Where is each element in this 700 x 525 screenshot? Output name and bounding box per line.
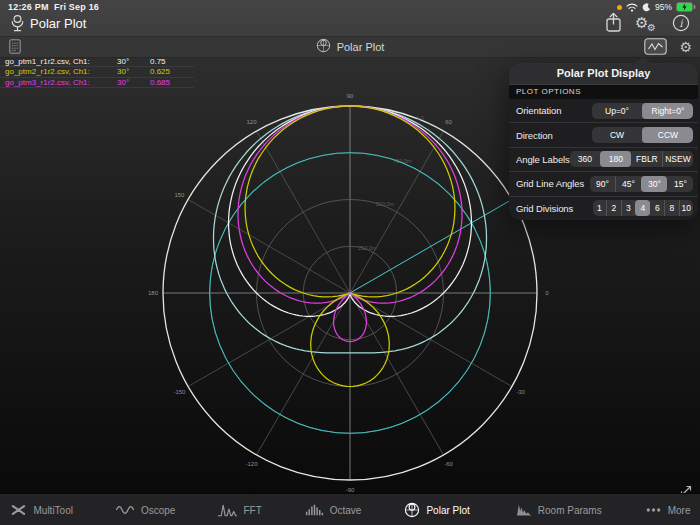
status-datetime: 12:26 PM Fri Sep 16 <box>8 2 99 12</box>
gears-icon[interactable]: ⚙⚙ <box>635 15 659 35</box>
share-icon[interactable] <box>605 12 622 37</box>
plot-toolbar: Polar Plot ⚙ <box>0 36 700 58</box>
tab-polar-plot[interactable]: Polar Plot <box>403 502 469 518</box>
option-label: Grid Line Angles <box>509 178 584 189</box>
option-cw[interactable]: CW <box>592 127 642 143</box>
segmented-control: 90°45°30°15° <box>590 176 693 192</box>
option-fblr[interactable]: FBLR <box>631 151 662 167</box>
option-15[interactable]: 15° <box>667 176 693 192</box>
segmented-control: 360180FBLRNSEW <box>570 151 693 167</box>
option-label: Grid Divisions <box>509 203 573 214</box>
legend-file: go_ptm1_r1r2.csv, Ch1: <box>0 57 117 66</box>
legend-cursor-value: 0.75 <box>150 57 194 66</box>
more-icon <box>644 502 663 518</box>
info-icon[interactable]: i <box>672 14 690 36</box>
svg-text:60: 60 <box>445 119 452 125</box>
tab-label: MultiTool <box>33 505 72 516</box>
waveform-box-icon[interactable] <box>644 38 667 55</box>
option-8[interactable]: 8 <box>664 200 679 216</box>
popover-title: Polar Plot Display <box>509 63 698 85</box>
tab-oscope[interactable]: Oscope <box>115 502 175 518</box>
svg-text:90: 90 <box>347 93 354 99</box>
svg-text:-60: -60 <box>444 461 453 467</box>
svg-text:-120: -120 <box>245 461 258 467</box>
legend-file: go_ptm3_r1r2.csv, Ch1: <box>0 78 117 87</box>
tab-label: FFT <box>243 505 261 516</box>
legend-cursor-value: 0.685 <box>150 78 194 87</box>
status-bar: 12:26 PM Fri Sep 16 95% <box>0 0 700 13</box>
legend-row[interactable]: go_ptm2_r1r2.csv, Ch1: 30° 0.625 <box>0 67 194 77</box>
option-1[interactable]: 1 <box>593 200 607 216</box>
tab-label: Oscope <box>141 505 175 516</box>
tab-label: Room Params <box>538 505 602 516</box>
tab-octave[interactable]: Octave <box>304 502 362 518</box>
plot-option-row: Direction CWCCW <box>509 122 698 146</box>
svg-text:1.0: 1.0 <box>416 115 424 121</box>
tab-more[interactable]: More <box>644 502 691 518</box>
svg-text:-150: -150 <box>173 389 186 395</box>
octave-icon <box>304 502 325 518</box>
segmented-control: 12346810 <box>593 200 694 216</box>
legend-cursor-value: 0.625 <box>150 67 194 76</box>
segmented-control: CWCCW <box>592 127 693 143</box>
option-up0[interactable]: Up=0° <box>592 103 642 119</box>
plot-option-row: Angle Labels 360180FBLRNSEW <box>509 147 698 171</box>
tab-fft[interactable]: FFT <box>217 502 261 518</box>
legend-file: go_ptm2_r1r2.csv, Ch1: <box>0 67 117 76</box>
option-2[interactable]: 2 <box>606 200 621 216</box>
status-time: 12:26 PM <box>8 2 49 12</box>
legend-row[interactable]: go_ptm3_r1r2.csv, Ch1: 30° 0.685 <box>0 78 194 88</box>
toolbar-title: Polar Plot <box>337 41 385 53</box>
option-30[interactable]: 30° <box>641 176 667 192</box>
option-label: Direction <box>509 130 553 141</box>
svg-text:i: i <box>679 17 684 29</box>
tab-label: Octave <box>330 505 362 516</box>
polar-plot-display-popover: Polar Plot Display PLOT OPTIONS Orientat… <box>509 63 698 220</box>
tab-room-params[interactable]: Room Params <box>512 502 602 518</box>
fft-icon <box>217 502 238 518</box>
svg-text:250.0m: 250.0m <box>358 245 377 251</box>
option-10[interactable]: 10 <box>679 200 694 216</box>
option-6[interactable]: 6 <box>650 200 665 216</box>
svg-text:120: 120 <box>246 119 257 125</box>
svg-text:180: 180 <box>148 290 159 296</box>
option-360[interactable]: 360 <box>570 151 600 167</box>
popover-arrow <box>634 56 652 64</box>
option-label: Orientation <box>509 105 561 116</box>
legend-row[interactable]: go_ptm1_r1r2.csv, Ch1: 30° 0.75 <box>0 57 194 67</box>
option-180[interactable]: 180 <box>600 151 631 167</box>
legend: go_ptm1_r1r2.csv, Ch1: 30° 0.75 go_ptm2_… <box>0 57 194 88</box>
option-45[interactable]: 45° <box>615 176 641 192</box>
gear-icon[interactable]: ⚙ <box>679 40 692 54</box>
option-3[interactable]: 3 <box>621 200 636 216</box>
option-4[interactable]: 4 <box>635 200 650 216</box>
microphone-icon[interactable] <box>10 14 25 38</box>
status-date: Fri Sep 16 <box>54 2 99 12</box>
plot-option-row: Grid Line Angles 90°45°30°15° <box>509 171 698 195</box>
segmented-control: Up=0°Right=0° <box>592 103 693 119</box>
page-title: Polar Plot <box>30 16 86 31</box>
tab-multitool[interactable]: MultiTool <box>9 502 72 518</box>
option-90[interactable]: 90° <box>590 176 615 192</box>
option-label: Angle Labels <box>509 154 570 165</box>
legend-cursor-angle: 30° <box>117 78 150 87</box>
option-nsew[interactable]: NSEW <box>662 151 693 167</box>
plot-option-row: Orientation Up=0°Right=0° <box>509 99 698 122</box>
top-chrome: 12:26 PM Fri Sep 16 95% <box>0 0 700 36</box>
option-ccw[interactable]: CCW <box>642 127 693 143</box>
svg-text:-30: -30 <box>516 389 525 395</box>
svg-text:0: 0 <box>545 290 549 296</box>
battery-percent: 95% <box>655 2 672 12</box>
oscope-icon <box>115 502 136 518</box>
room-params-icon <box>512 502 533 518</box>
legend-cursor-angle: 30° <box>117 67 150 76</box>
svg-text:500.0m: 500.0m <box>376 201 395 207</box>
tab-bar: MultiTool Oscope FFT Octave Polar Plot R… <box>0 493 700 525</box>
location-dot <box>617 5 622 10</box>
plot-options-list: Orientation Up=0°Right=0° Direction CWCC… <box>509 99 698 220</box>
multitool-icon <box>9 502 28 518</box>
option-right0[interactable]: Right=0° <box>642 103 693 119</box>
polar-glyph-icon <box>316 38 331 57</box>
tab-label: Polar Plot <box>426 505 469 516</box>
polar-plot-icon <box>403 502 421 518</box>
